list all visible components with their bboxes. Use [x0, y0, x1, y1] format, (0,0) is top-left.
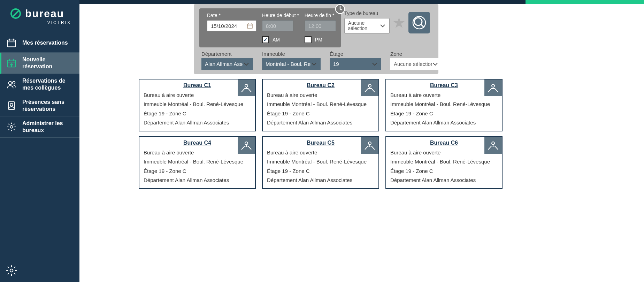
type-label: Type de bureau [344, 10, 390, 16]
chevron-down-icon [311, 61, 317, 67]
bureau-card[interactable]: Bureau C5Bureau à aire ouverteImmeuble M… [262, 136, 379, 189]
zone-value: Aucune sélection [394, 61, 432, 67]
svg-marker-24 [393, 17, 405, 28]
card-building: Immeuble Montréal - Boul. René-Lévesque [390, 157, 498, 166]
map-pin-icon[interactable] [238, 137, 255, 154]
chevron-down-icon [380, 23, 386, 29]
etage-value: 19 [333, 61, 339, 67]
search-icon [412, 16, 426, 30]
end-time-value: 12:00 [308, 23, 322, 29]
svg-rect-20 [247, 24, 252, 28]
brand-sub: VICTRIX [10, 20, 72, 25]
svg-point-30 [368, 84, 371, 87]
am-checkbox[interactable] [262, 36, 269, 43]
card-department: Département Alan Allman Associates [267, 118, 374, 127]
dept-value: Alan Allman Associates [205, 61, 243, 67]
svg-point-16 [10, 269, 13, 272]
date-input[interactable]: 15/10/2024 [207, 20, 256, 31]
nav-label: Mes réservations [22, 39, 68, 46]
card-building: Immeuble Montréal - Boul. René-Lévesque [144, 157, 251, 166]
map-pin-icon[interactable] [484, 137, 502, 154]
card-building: Immeuble Montréal - Boul. René-Lévesque [267, 157, 374, 166]
start-time-input[interactable]: 8:00 [262, 20, 293, 31]
type-value: Aucune sélection [348, 21, 380, 31]
zone-select[interactable]: Aucune sélection [390, 58, 442, 70]
svg-point-34 [245, 142, 248, 145]
svg-line-1 [13, 10, 19, 17]
card-floor: Étage 19 - Zone C [267, 109, 374, 118]
card-department: Département Alan Allman Associates [144, 176, 251, 185]
card-building: Immeuble Montréal - Boul. René-Lévesque [144, 100, 251, 109]
card-type: Bureau à aire ouverte [267, 148, 374, 157]
filter-panel: Date * 15/10/2024 Heure de début * 8:00 [194, 4, 438, 74]
card-title: Bureau C5 [267, 140, 374, 146]
card-floor: Étage 19 - Zone C [267, 167, 374, 176]
card-title: Bureau C6 [390, 140, 498, 146]
am-label: AM [273, 37, 280, 43]
card-department: Département Alan Allman Associates [390, 176, 498, 185]
nav-my-reservations[interactable]: Mes réservations [0, 33, 79, 53]
svg-point-28 [245, 84, 248, 87]
imm-value: Montréal - Boul. René-Lévesque [266, 61, 311, 67]
svg-point-38 [492, 142, 495, 145]
start-time-label: Heure de début * [262, 13, 299, 18]
svg-point-25 [414, 18, 422, 25]
card-department: Département Alan Allman Associates [267, 176, 374, 185]
zone-label: Zone [390, 51, 442, 57]
brand-icon [10, 8, 22, 20]
bureau-card[interactable]: Bureau C1Bureau à aire ouverteImmeuble M… [139, 79, 256, 131]
card-type: Bureau à aire ouverte [267, 91, 374, 100]
card-type: Bureau à aire ouverte [390, 148, 498, 157]
card-building: Immeuble Montréal - Boul. René-Lévesque [390, 100, 498, 109]
nav-label: Présences sans réservations [22, 99, 75, 113]
svg-point-11 [9, 82, 12, 85]
card-type: Bureau à aire ouverte [144, 91, 251, 100]
imm-select[interactable]: Montréal - Boul. René-Lévesque [262, 58, 321, 70]
search-button[interactable] [408, 12, 430, 33]
type-select[interactable]: Aucune sélection [344, 18, 390, 33]
brand-name: bureau [25, 8, 64, 20]
nav-colleague-reservations[interactable]: Réservations de mes collègues [0, 74, 79, 95]
date-label: Date * [207, 13, 256, 18]
nav-presence-without-reservation[interactable]: Présences sans réservations [0, 95, 79, 116]
svg-point-15 [10, 125, 13, 128]
dept-label: Département [201, 51, 253, 57]
map-pin-icon[interactable] [361, 79, 378, 96]
clock-icon [335, 4, 345, 14]
card-building: Immeuble Montréal - Boul. René-Lévesque [267, 100, 374, 109]
chevron-down-icon [432, 61, 438, 67]
pm-label: PM [315, 37, 322, 43]
nav-admin-bureaux[interactable]: Administrer les bureaux [0, 116, 79, 138]
sidebar: bureau VICTRIX Mes réservations Nouvelle… [0, 0, 79, 282]
settings-button[interactable] [6, 265, 17, 276]
card-floor: Étage 19 - Zone C [144, 167, 251, 176]
bureau-card[interactable]: Bureau C4Bureau à aire ouverteImmeuble M… [139, 136, 256, 189]
end-time-label: Heure de fin * [305, 13, 336, 18]
pm-checkbox[interactable] [305, 36, 312, 43]
map-pin-icon[interactable] [238, 79, 255, 96]
card-title: Bureau C1 [144, 82, 251, 89]
dept-select[interactable]: Alan Allman Associates [201, 58, 253, 70]
map-pin-icon[interactable] [484, 79, 502, 96]
bureau-card[interactable]: Bureau C2Bureau à aire ouverteImmeuble M… [262, 79, 379, 131]
calendar-icon [6, 37, 17, 49]
chevron-down-icon [371, 61, 378, 67]
date-time-box: Date * 15/10/2024 Heure de début * 8:00 [199, 8, 341, 47]
bureau-card[interactable]: Bureau C3Bureau à aire ouverteImmeuble M… [385, 79, 503, 131]
favorite-star-button[interactable] [393, 17, 405, 29]
end-time-input[interactable]: 12:00 [305, 20, 336, 31]
chevron-down-icon [243, 61, 250, 67]
card-type: Bureau à aire ouverte [144, 148, 251, 157]
nav: Mes réservations Nouvelle réservation Ré… [0, 33, 79, 138]
bureau-card[interactable]: Bureau C6Bureau à aire ouverteImmeuble M… [385, 136, 503, 189]
start-time-value: 8:00 [266, 23, 276, 29]
imm-label: Immeuble [262, 51, 321, 57]
map-pin-icon[interactable] [361, 137, 378, 154]
svg-rect-2 [8, 40, 16, 47]
svg-point-36 [368, 142, 371, 145]
etage-select[interactable]: 19 [330, 58, 381, 70]
main: Date * 15/10/2024 Heure de début * 8:00 [79, 0, 644, 282]
nav-new-reservation[interactable]: Nouvelle réservation [0, 53, 79, 74]
gear-icon [6, 121, 17, 133]
card-type: Bureau à aire ouverte [390, 91, 498, 100]
